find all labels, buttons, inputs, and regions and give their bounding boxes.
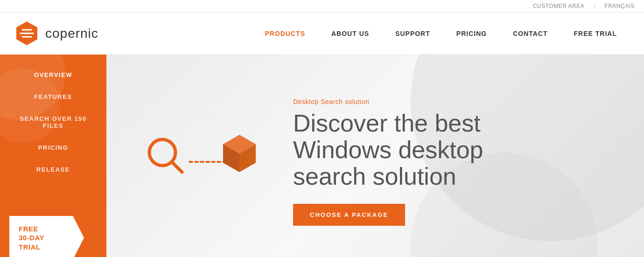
logo-icon [14, 21, 40, 46]
sidebar-trial-area: FREE 30-DAY TRIAL [9, 216, 102, 257]
trial-line3: TRIAL [19, 243, 41, 251]
trial-line2: 30-DAY [19, 234, 44, 242]
nav-support[interactable]: SUPPORT [382, 13, 443, 55]
hero-text-block: Desktop Search solution Discover the bes… [293, 98, 616, 226]
choose-package-button[interactable]: CHOOSE A PACKAGE [293, 204, 405, 226]
hero-title-line1: Discover the best [293, 110, 481, 137]
svg-line-5 [172, 162, 182, 172]
nav-free-trial[interactable]: FREE TRIAL [561, 13, 630, 55]
logo-link[interactable]: copernic [14, 21, 98, 46]
top-bar: CUSTOMER AREA | FRANÇAIS [0, 0, 644, 13]
free-trial-badge[interactable]: FREE 30-DAY TRIAL [9, 216, 84, 257]
hero-section: Desktop Search solution Discover the bes… [106, 55, 644, 257]
nav-pricing[interactable]: PRICING [443, 13, 500, 55]
hero-content: Desktop Search solution Discover the bes… [106, 79, 644, 245]
sidebar-item-release[interactable]: RELEASE [0, 159, 106, 181]
hero-illustration [134, 115, 265, 208]
sidebar: OVERVIEW FEATURES SEARCH OVER 150 FILES … [0, 55, 106, 257]
nav-products[interactable]: PRODUCTS [252, 13, 318, 55]
nav-contact[interactable]: CONTACT [500, 13, 560, 55]
nav-about-us[interactable]: ABOUT US [318, 13, 382, 55]
hero-title-line3: search solution [293, 163, 456, 190]
sidebar-item-features[interactable]: FEATURES [0, 86, 106, 108]
hero-title-line2: Windows desktop [293, 136, 483, 163]
site-header: copernic PRODUCTS ABOUT US SUPPORT PRICI… [0, 13, 644, 55]
sidebar-nav: OVERVIEW FEATURES SEARCH OVER 150 FILES … [0, 64, 106, 207]
search-box-illustration [139, 115, 260, 208]
sidebar-item-search-files[interactable]: SEARCH OVER 150 FILES [0, 108, 106, 137]
customer-area-link[interactable]: CUSTOMER AREA [533, 3, 584, 9]
sidebar-item-pricing[interactable]: PRICING [0, 137, 106, 159]
sidebar-item-overview[interactable]: OVERVIEW [0, 64, 106, 86]
hero-title: Discover the best Windows desktop search… [293, 110, 616, 190]
top-bar-divider: | [594, 3, 595, 9]
language-link[interactable]: FRANÇAIS [604, 3, 635, 9]
logo-text: copernic [45, 26, 98, 41]
main-nav: PRODUCTS ABOUT US SUPPORT PRICING CONTAC… [252, 13, 630, 55]
trial-line1: FREE [19, 225, 38, 233]
main-content: OVERVIEW FEATURES SEARCH OVER 150 FILES … [0, 55, 644, 257]
hero-subtitle: Desktop Search solution [293, 98, 616, 105]
